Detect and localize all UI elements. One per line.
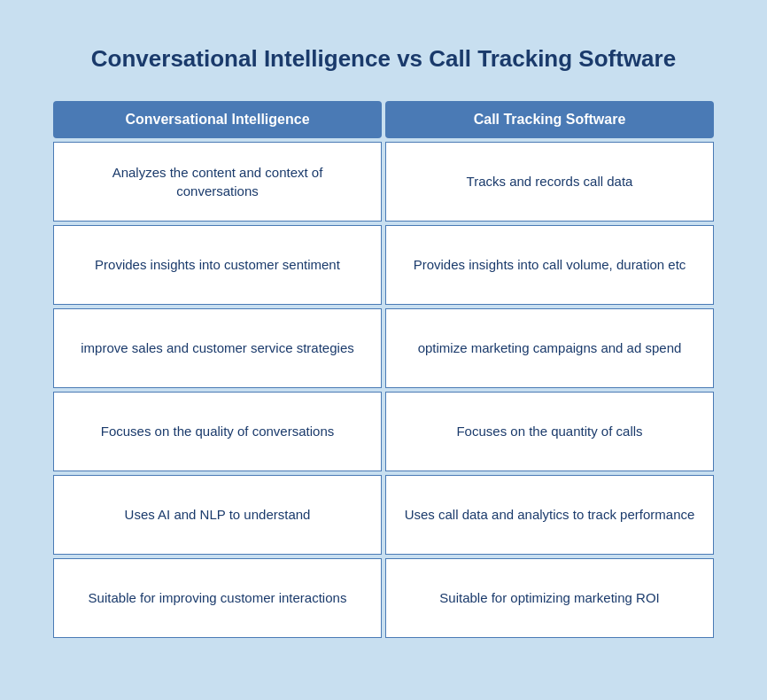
page-container: Conversational Intelligence vs Call Trac… (18, 18, 749, 700)
cell-right-4: Uses call data and analytics to track pe… (385, 475, 714, 555)
cell-right-5: Suitable for optimizing marketing ROI (385, 558, 714, 638)
cell-left-1: Provides insights into customer sentimen… (53, 225, 382, 305)
page-title: Conversational Intelligence vs Call Trac… (53, 44, 714, 74)
cell-right-3: Focuses on the quantity of calls (385, 392, 714, 471)
table-row: Analyzes the content and context of conv… (53, 142, 714, 222)
cell-left-5: Suitable for improving customer interact… (53, 558, 382, 638)
cell-left-2: improve sales and customer service strat… (53, 308, 382, 388)
cell-left-0: Analyzes the content and context of conv… (53, 142, 382, 222)
header-left: Conversational Intelligence (53, 101, 382, 138)
cell-left-4: Uses AI and NLP to understand (53, 475, 382, 555)
cell-right-0: Tracks and records call data (385, 142, 714, 222)
cell-right-2: optimize marketing campaigns and ad spen… (385, 308, 714, 388)
table-row: Uses AI and NLP to understandUses call d… (53, 475, 714, 555)
table-row: Suitable for improving customer interact… (53, 558, 714, 638)
header-right: Call Tracking Software (385, 101, 714, 138)
table-row: Provides insights into customer sentimen… (53, 225, 714, 305)
cell-right-1: Provides insights into call volume, dura… (385, 225, 714, 305)
table-row: improve sales and customer service strat… (53, 308, 714, 388)
table-row: Focuses on the quality of conversationsF… (53, 392, 714, 471)
table-header: Conversational Intelligence Call Trackin… (53, 101, 714, 138)
cell-left-3: Focuses on the quality of conversations (53, 392, 382, 471)
table-body: Analyzes the content and context of conv… (53, 142, 714, 638)
